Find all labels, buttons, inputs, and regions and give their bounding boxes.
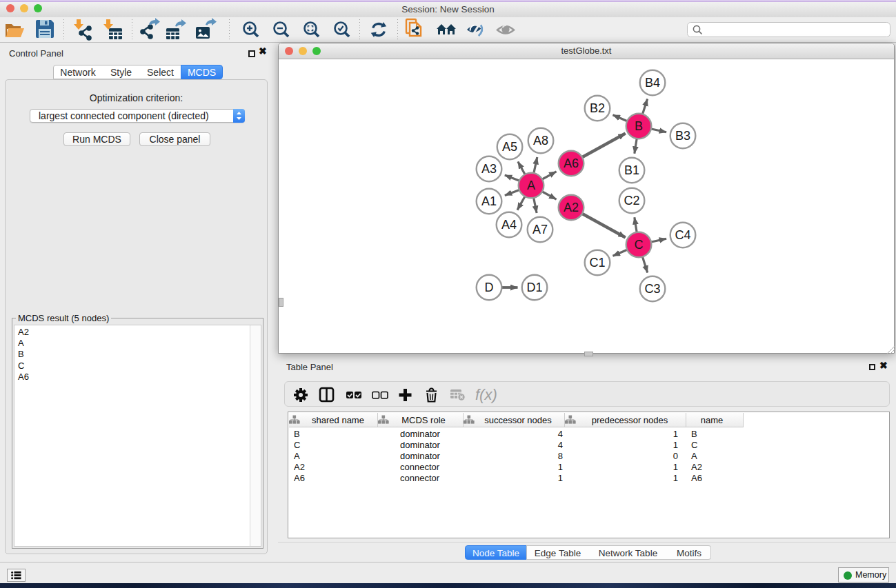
svg-text:B: B [691, 429, 697, 439]
svg-text:1: 1 [673, 473, 678, 483]
svg-text:dominator: dominator [400, 440, 440, 450]
svg-text:A3: A3 [481, 162, 497, 176]
svg-text:dominator: dominator [400, 429, 440, 439]
svg-text:A6: A6 [564, 156, 579, 170]
svg-text:C1: C1 [589, 256, 605, 270]
svg-text:A4: A4 [501, 218, 517, 232]
svg-text:f(x): f(x) [475, 386, 497, 403]
svg-text:MCDS role: MCDS role [401, 415, 446, 425]
svg-text:A5: A5 [502, 140, 517, 154]
svg-text:B4: B4 [645, 76, 660, 90]
svg-text:1: 1 [558, 473, 563, 483]
svg-text:A8: A8 [533, 134, 548, 148]
svg-text:A1: A1 [481, 194, 497, 208]
svg-text:A: A [527, 179, 535, 192]
svg-text:predecessor nodes: predecessor nodes [592, 415, 668, 425]
svg-text:A: A [691, 451, 697, 461]
svg-text:B1: B1 [624, 163, 639, 177]
svg-text:B: B [635, 119, 643, 133]
svg-text:A6: A6 [691, 473, 702, 483]
svg-text:B: B [294, 429, 300, 439]
svg-text:shared name: shared name [312, 415, 364, 425]
svg-text:A: A [294, 451, 300, 461]
svg-text:C: C [294, 440, 300, 450]
svg-text:C: C [635, 238, 644, 252]
svg-text:8: 8 [558, 451, 563, 461]
svg-text:A6: A6 [294, 473, 305, 483]
svg-text:4: 4 [558, 440, 563, 450]
svg-text:B3: B3 [675, 129, 690, 143]
svg-text:1: 1 [558, 462, 563, 472]
svg-text:A2: A2 [294, 462, 305, 472]
svg-text:name: name [701, 415, 724, 425]
svg-text:connector: connector [400, 462, 440, 472]
svg-text:successor nodes: successor nodes [484, 415, 552, 425]
svg-text:C2: C2 [624, 194, 639, 207]
svg-text:1: 1 [673, 429, 678, 439]
svg-text:D1: D1 [526, 281, 542, 294]
svg-text:D: D [485, 281, 494, 294]
svg-text:dominator: dominator [400, 451, 440, 461]
svg-text:C4: C4 [675, 228, 690, 242]
svg-text:B2: B2 [590, 101, 605, 115]
svg-text:C3: C3 [644, 282, 660, 296]
svg-text:0: 0 [673, 451, 678, 461]
svg-text:A2: A2 [691, 462, 702, 472]
svg-text:connector: connector [400, 473, 440, 483]
svg-text:C: C [691, 440, 697, 450]
svg-text:1: 1 [673, 462, 678, 472]
svg-text:1: 1 [673, 440, 678, 450]
svg-text:A7: A7 [532, 223, 548, 236]
svg-text:A2: A2 [564, 201, 579, 214]
svg-text:4: 4 [558, 429, 563, 439]
